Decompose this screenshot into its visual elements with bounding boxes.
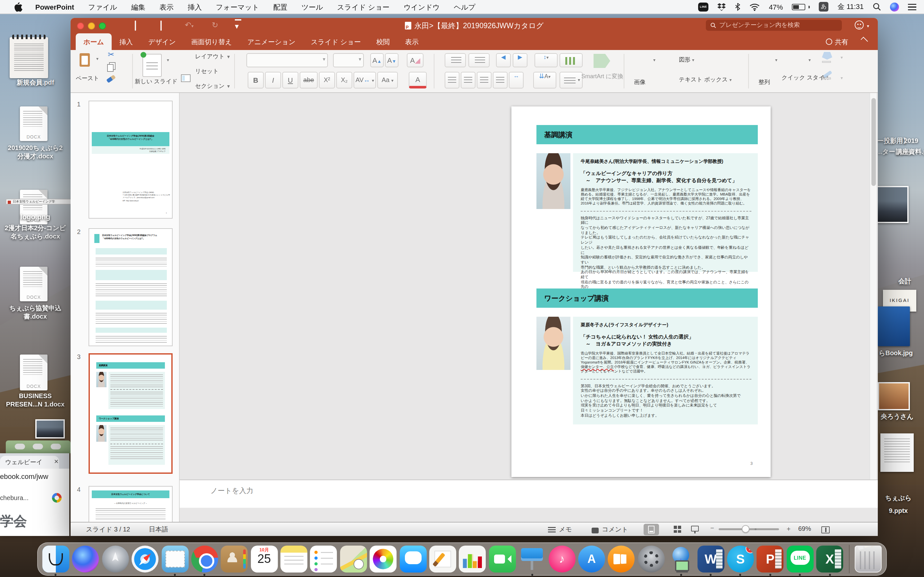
indent-button[interactable]: ▶: [513, 53, 527, 67]
bluetooth-icon[interactable]: [735, 3, 740, 11]
menu-slideshow[interactable]: スライド ショー: [330, 0, 397, 14]
line-menubar-icon[interactable]: LINE: [698, 2, 708, 11]
folder-label[interactable]: 会計: [889, 277, 920, 285]
file-label[interactable]: 2漫才日本2分-コンビ 名ちぇぶら.docx: [0, 224, 76, 240]
book-cover-blue[interactable]: [878, 306, 910, 346]
spotlight-search-icon[interactable]: [873, 3, 881, 11]
maps-dock-icon[interactable]: [339, 543, 368, 575]
new-slide-dropdown-icon[interactable]: ▾: [167, 58, 169, 63]
underline-button[interactable]: U: [282, 72, 298, 89]
outdent-button[interactable]: ◀: [496, 53, 511, 67]
increase-font-size-button[interactable]: A▲: [370, 53, 384, 67]
document-stack[interactable]: [880, 434, 914, 472]
keynote-section-header[interactable]: 基調講演: [536, 125, 758, 144]
pages-dock-icon[interactable]: [429, 543, 457, 575]
superscript-button[interactable]: X²: [319, 72, 335, 89]
photos-dock-icon[interactable]: [369, 543, 397, 575]
distribute-text-button[interactable]: ↔: [509, 72, 523, 89]
menu-edit[interactable]: 編集: [124, 0, 152, 14]
slide-editing-area[interactable]: 基調講演 牛尾奈緒美さん(明治大学副学長、情報コミュニケーション学部教授) 「ウ…: [511, 106, 771, 477]
messages-dock-icon[interactable]: •••: [399, 543, 427, 575]
shape-fill-button[interactable]: [822, 52, 832, 63]
siri-icon[interactable]: [890, 2, 899, 11]
file-label[interactable]: 講座資料.pptx: [896, 147, 924, 156]
new-slide-button[interactable]: [142, 54, 162, 77]
file-icon-docx[interactable]: DOCX: [20, 355, 47, 390]
workshop-speaker-box[interactable]: 栗原冬子さん(ライフスタイルデザイナー) 「チコちゃんに叱られない！ 女性の人生…: [573, 317, 758, 424]
feedback-dropdown-icon[interactable]: ▾: [867, 24, 869, 29]
appstore-dock-icon[interactable]: A: [577, 543, 606, 575]
menu-arrange[interactable]: 配置: [266, 0, 294, 14]
reset-button[interactable]: リセット: [195, 67, 219, 76]
trash-dock-icon[interactable]: [854, 543, 882, 575]
tab-close-icon[interactable]: ✕: [54, 458, 59, 465]
itunes-dock-icon[interactable]: ♪: [548, 543, 576, 575]
remote-desktop-dock-icon[interactable]: ↓: [667, 543, 695, 575]
italic-button[interactable]: I: [265, 72, 281, 89]
character-spacing-button[interactable]: AV↔ ▾: [354, 72, 376, 89]
books-dock-icon[interactable]: [607, 543, 636, 575]
feedback-smiley-icon[interactable]: [855, 21, 864, 29]
presentation-search-input[interactable]: プレゼンテーション内を検索: [706, 20, 842, 31]
dropbox-icon[interactable]: [717, 3, 726, 11]
scrollbar-thumb[interactable]: [871, 98, 876, 186]
canvas-scrollbar[interactable]: [869, 93, 877, 494]
tab-review[interactable]: 校閲: [368, 33, 397, 50]
line-spacing-button[interactable]: ↕▾: [535, 53, 557, 67]
input-method-badge[interactable]: あ: [819, 2, 829, 11]
notification-center-icon[interactable]: [908, 3, 916, 10]
chrome-window[interactable]: ウェルビーイ ✕ ebook.com/jww chebura... 学会: [0, 453, 69, 536]
contacts-dock-icon[interactable]: [220, 543, 249, 575]
siri-dock-icon[interactable]: [71, 543, 100, 575]
menu-powerpoint[interactable]: PowerPoint: [28, 0, 81, 14]
menu-file[interactable]: ファイル: [81, 0, 124, 14]
slideshow-view-button[interactable]: [687, 524, 703, 535]
font-color-button[interactable]: A: [409, 72, 427, 89]
workshop-section-header[interactable]: ワークショップ講演: [536, 288, 758, 308]
align-center-button[interactable]: [461, 72, 475, 89]
bold-button[interactable]: B: [248, 72, 264, 89]
subscript-button[interactable]: X₂: [336, 72, 352, 89]
section-button[interactable]: セクション ▼: [195, 82, 231, 90]
file-label[interactable]: 2019: [898, 137, 924, 145]
powerpoint-dock-icon[interactable]: P: [756, 543, 784, 575]
tab-slideshow[interactable]: スライド ショー: [303, 33, 368, 50]
chrome-dock-icon[interactable]: [191, 543, 219, 575]
notes-dock-icon[interactable]: [280, 543, 308, 575]
system-preferences-dock-icon[interactable]: [637, 543, 666, 575]
shape-fill-dropdown-icon[interactable]: ▾: [841, 55, 843, 60]
desktop-photo-thumbnail[interactable]: [878, 382, 910, 410]
workshop-speaker-photo[interactable]: [536, 317, 570, 370]
chrome-tab[interactable]: ウェルビーイ: [0, 456, 59, 469]
mail-dock-icon[interactable]: [161, 543, 189, 575]
keynote-speaker-photo[interactable]: [536, 153, 570, 209]
comment-button[interactable]: コメント: [602, 525, 628, 534]
copy-icon[interactable]: [107, 64, 113, 72]
file-label[interactable]: 央ろうさん: [873, 412, 921, 421]
file-label[interactable]: BUSINESS PRESEN...N 1.docx: [0, 392, 74, 408]
tab-transitions[interactable]: 画面切り替え: [184, 33, 240, 50]
slide-thumbnail-2[interactable]: 日本女性ウェルビーイング学会(JWW)第3回総会プログラム「令和時代の女性のウェ…: [89, 228, 173, 346]
smartart-icon[interactable]: [594, 54, 610, 68]
notes-placeholder[interactable]: ノートを入力: [210, 486, 254, 496]
clear-formatting-button[interactable]: A◢: [407, 53, 423, 67]
excel-dock-icon[interactable]: X: [816, 543, 844, 575]
shape-outline-dropdown-icon[interactable]: ▾: [841, 76, 843, 81]
file-label[interactable]: 新規会員.pdf: [0, 78, 71, 87]
font-name-combo[interactable]: [246, 53, 328, 67]
align-right-button[interactable]: [477, 72, 491, 89]
picture-dropdown-icon[interactable]: ▾: [653, 58, 656, 63]
safari-dock-icon[interactable]: [131, 543, 159, 575]
slide-thumbnail-4[interactable]: 日本女性ウェルビーイング学会について ~ 令和時代の女性ウェルビーイング ~: [89, 486, 173, 522]
zoom-out-button[interactable]: −: [710, 524, 714, 532]
skype-dock-icon[interactable]: S✕: [726, 543, 754, 575]
desktop-photo-thumbnail[interactable]: [35, 419, 65, 438]
columns-button[interactable]: [559, 53, 583, 67]
align-left-button[interactable]: [445, 72, 459, 89]
notes-pane[interactable]: ノートを入力: [180, 480, 878, 508]
arrange-dropdown-icon[interactable]: ▾: [775, 58, 777, 63]
file-label[interactable]: ちぇぶら: [878, 494, 919, 502]
tab-view[interactable]: 表示: [397, 33, 426, 50]
align-text-button[interactable]: ▾: [559, 72, 583, 89]
file-label[interactable]: ちぇぶら協賛申込 書.docx: [0, 304, 73, 321]
